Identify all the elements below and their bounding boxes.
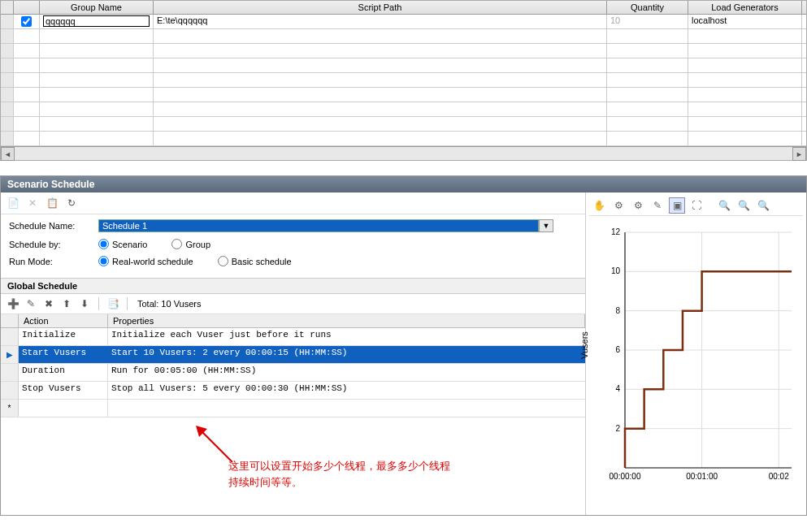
group-radio[interactable]: Group <box>171 239 210 249</box>
row-marker-icon <box>1 328 19 345</box>
annotation-text: 这里可以设置开始多少个线程，最多多少个线程 持续时间等等。 <box>228 458 450 490</box>
properties-cell: Start 10 Vusers: 2 every 00:00:15 (HH:MM… <box>108 346 585 363</box>
action-cell: Start Vusers <box>19 346 108 363</box>
tool-icon[interactable]: ⚙ <box>610 197 627 214</box>
col-load-generators[interactable]: Load Generators <box>688 1 802 14</box>
add-action-icon[interactable]: ➕ <box>6 296 20 311</box>
table-row[interactable] <box>1 58 806 73</box>
table-row[interactable] <box>1 117 806 132</box>
table-row[interactable] <box>1 102 806 117</box>
tool-icon[interactable]: ⚙ <box>630 197 646 214</box>
properties-cell: Stop all Vusers: 5 every 00:00:30 (HH:MM… <box>108 382 585 399</box>
action-header[interactable]: Action <box>19 314 108 327</box>
run-mode-label: Run Mode: <box>9 257 98 266</box>
chart-toolbar: ✋ ⚙ ⚙ ✎ ▣ ⛶ 🔍 🔍 🔍 <box>589 196 803 216</box>
group-name-cell[interactable] <box>40 15 154 28</box>
zoom-reset-icon[interactable]: 🔍 <box>755 197 771 214</box>
table-row[interactable] <box>1 73 806 88</box>
delete-schedule-icon[interactable]: ✕ <box>25 196 40 210</box>
col-quantity[interactable]: Quantity <box>607 1 688 14</box>
new-schedule-icon[interactable]: 📄 <box>6 196 20 210</box>
scenario-radio[interactable]: Scenario <box>98 239 147 249</box>
load-gen-cell[interactable]: localhost <box>688 15 802 28</box>
properties-cell: Initialize each Vuser just before it run… <box>108 328 585 345</box>
action-cell: Duration <box>19 364 108 381</box>
table-row[interactable] <box>1 132 806 146</box>
vusers-chart[interactable]: Vusers 2468101200:00:0000:01:0000:02 <box>589 216 803 492</box>
svg-text:6: 6 <box>615 345 620 354</box>
svg-text:10: 10 <box>611 266 621 275</box>
svg-text:2: 2 <box>615 424 620 433</box>
row-marker-header <box>1 314 19 327</box>
row-marker-icon <box>1 364 19 381</box>
action-cell: Initialize <box>19 328 108 345</box>
actions-grid: Action Properties InitializeInitialize e… <box>1 314 585 417</box>
svg-text:4: 4 <box>615 384 620 393</box>
schedule-name-label: Schedule Name: <box>9 221 98 231</box>
table-row[interactable] <box>1 29 806 44</box>
refresh-icon[interactable]: ↻ <box>64 196 79 210</box>
new-row-marker-icon: * <box>1 400 19 417</box>
action-row[interactable]: Stop VusersStop all Vusers: 5 every 00:0… <box>1 382 585 400</box>
schedule-by-label: Schedule by: <box>9 240 98 249</box>
new-action-row[interactable]: * <box>1 400 585 417</box>
total-vusers: Total: 10 Vusers <box>137 299 201 309</box>
col-group-name[interactable]: Group Name <box>40 1 154 14</box>
zoom-in-icon[interactable]: 🔍 <box>716 197 732 214</box>
chevron-down-icon[interactable]: ▼ <box>539 219 553 232</box>
scroll-right-icon[interactable]: ► <box>792 147 806 161</box>
row-header-corner <box>1 1 14 14</box>
row-marker-icon: ▶ <box>1 346 19 363</box>
grid-header: Group Name Script Path Quantity Load Gen… <box>1 1 806 15</box>
svg-text:00:02: 00:02 <box>769 472 789 481</box>
fit-icon[interactable]: ⛶ <box>688 197 705 214</box>
move-up-icon[interactable]: ⬆ <box>59 296 74 311</box>
col-script-path[interactable]: Script Path <box>154 1 607 14</box>
action-row[interactable]: ▶Start VusersStart 10 Vusers: 2 every 00… <box>1 346 585 364</box>
schedule-name-input[interactable] <box>98 219 539 232</box>
action-row[interactable]: DurationRun for 00:05:00 (HH:MM:SS) <box>1 364 585 382</box>
schedule-toolbar: 📄 ✕ 📋 ↻ <box>1 192 585 214</box>
properties-header[interactable]: Properties <box>108 314 585 327</box>
svg-text:00:00:00: 00:00:00 <box>610 472 641 481</box>
row-marker-icon <box>1 382 19 399</box>
pencil-icon[interactable]: ✎ <box>649 197 666 214</box>
scroll-left-icon[interactable]: ◄ <box>1 147 15 161</box>
copy-icon[interactable]: 📑 <box>106 296 120 311</box>
panel-title: Scenario Schedule <box>1 176 806 192</box>
global-schedule-toolbar: ➕ ✎ ✖ ⬆ ⬇ 📑 Total: 10 Vusers <box>1 294 585 314</box>
scripts-grid: Group Name Script Path Quantity Load Gen… <box>0 0 807 161</box>
horizontal-scrollbar[interactable]: ◄ ► <box>1 146 806 160</box>
table-row[interactable] <box>1 88 806 102</box>
group-name-input[interactable] <box>43 15 150 27</box>
svg-line-0 <box>200 430 232 462</box>
script-path-cell[interactable]: E:\te\qqqqqq <box>154 15 607 28</box>
zoom-out-icon[interactable]: 🔍 <box>735 197 752 214</box>
quantity-cell[interactable]: 10 <box>607 15 688 28</box>
scenario-schedule-panel: Scenario Schedule 📄 ✕ 📋 ↻ Schedule Name:… <box>0 175 807 516</box>
realworld-radio[interactable]: Real-world schedule <box>98 256 193 266</box>
svg-text:8: 8 <box>615 306 620 315</box>
delete-action-icon[interactable]: ✖ <box>41 296 56 311</box>
move-down-icon[interactable]: ⬇ <box>77 296 92 311</box>
annotation: 这里可以设置开始多少个线程，最多多少个线程 持续时间等等。 <box>1 417 585 515</box>
svg-text:12: 12 <box>611 227 621 236</box>
checkbox-header <box>14 1 40 14</box>
row-checkbox-cell[interactable] <box>14 15 40 28</box>
schedule-name-combo[interactable]: ▼ <box>98 219 553 232</box>
properties-cell: Run for 00:05:00 (HH:MM:SS) <box>108 364 585 381</box>
row-header <box>1 15 14 28</box>
action-cell: Stop Vusers <box>19 382 108 399</box>
select-tool-icon[interactable]: ▣ <box>669 197 685 214</box>
table-row[interactable]: E:\te\qqqqqq 10 localhost <box>1 15 806 29</box>
action-row[interactable]: InitializeInitialize each Vuser just bef… <box>1 328 585 346</box>
y-axis-label: Vusers <box>579 331 589 359</box>
copy-schedule-icon[interactable]: 📋 <box>45 196 59 210</box>
basic-radio[interactable]: Basic schedule <box>218 256 292 266</box>
edit-action-icon[interactable]: ✎ <box>24 296 38 311</box>
global-schedule-header: Global Schedule <box>1 278 585 294</box>
hand-tool-icon[interactable]: ✋ <box>591 197 607 214</box>
row-checkbox[interactable] <box>21 16 32 27</box>
svg-text:00:01:00: 00:01:00 <box>686 472 718 481</box>
table-row[interactable] <box>1 44 806 58</box>
